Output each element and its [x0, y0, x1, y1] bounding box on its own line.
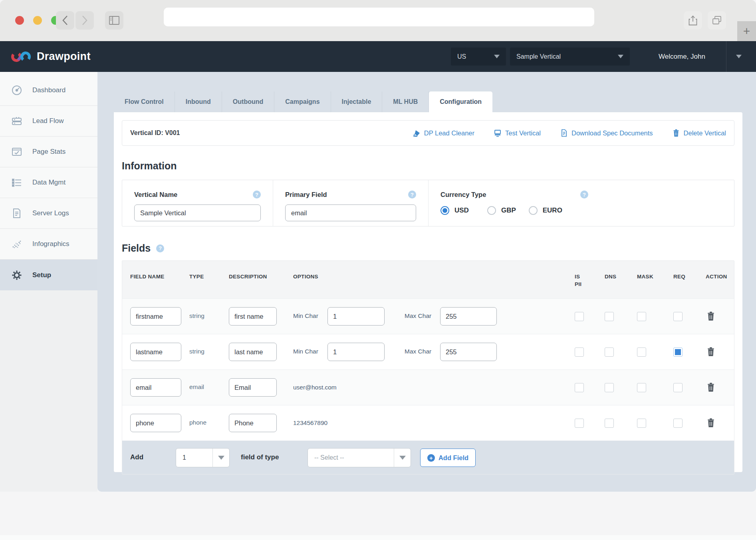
fields-title: Fields — [122, 242, 151, 254]
mask-checkbox[interactable] — [637, 347, 646, 357]
browser-window: + Drawpoint US Sample Vertical Welcome, … — [0, 0, 756, 540]
tab-campaigns[interactable]: Campaigns — [274, 91, 331, 112]
is-pii-checkbox[interactable] — [575, 419, 584, 428]
add-field-button[interactable]: + Add Field — [420, 449, 476, 467]
dns-checkbox[interactable] — [605, 383, 614, 392]
sidebar-item-label: Page Stats — [32, 148, 65, 156]
description-input[interactable] — [229, 414, 277, 432]
sidebar-item-lead-flow[interactable]: Lead Flow — [0, 106, 97, 137]
sidebar-item-server-logs[interactable]: Server Logs — [0, 198, 97, 229]
forward-button[interactable] — [75, 11, 94, 30]
delete-row-button[interactable] — [706, 311, 716, 322]
eraser-icon — [413, 129, 421, 137]
description-input[interactable] — [229, 378, 277, 397]
is-pii-checkbox[interactable] — [575, 312, 584, 321]
tab-inbound[interactable]: Inbound — [175, 91, 222, 112]
sidebar-toggle-button[interactable] — [105, 11, 123, 30]
min-char-label: Min Char — [293, 348, 318, 355]
max-char-label: Max Char — [405, 312, 431, 320]
field-type-select[interactable]: -- Select -- — [308, 448, 411, 467]
max-char-input[interactable] — [440, 343, 497, 361]
tab-configuration[interactable]: Configuration — [429, 91, 492, 112]
mask-checkbox[interactable] — [637, 419, 646, 428]
field-name-input[interactable] — [130, 414, 181, 432]
dns-checkbox[interactable] — [605, 347, 614, 357]
delete-row-button[interactable] — [706, 382, 716, 393]
share-button[interactable] — [684, 11, 702, 30]
tab-overview-icon — [712, 16, 722, 25]
minimize-window-button[interactable] — [33, 16, 42, 25]
col-field-name: FIELD NAME — [130, 273, 165, 280]
min-char-input[interactable] — [327, 343, 385, 361]
help-icon[interactable]: ? — [156, 244, 164, 252]
delete-row-button[interactable] — [706, 418, 716, 428]
delete-row-button[interactable] — [706, 347, 716, 357]
new-tab-button[interactable]: + — [737, 21, 756, 41]
address-bar[interactable] — [164, 8, 594, 26]
field-name-input[interactable] — [130, 378, 181, 397]
sidebar-item-dashboard[interactable]: Dashboard — [0, 75, 97, 106]
req-checkbox[interactable] — [673, 419, 683, 428]
radio-gbp-label: GBP — [501, 206, 516, 214]
req-checkbox[interactable] — [673, 312, 683, 321]
page-stats-icon — [11, 146, 23, 158]
infographics-icon — [11, 238, 23, 250]
sidebar-item-label: Data Mgmt — [32, 179, 65, 187]
sidebar-item-data-mgmt[interactable]: Data Mgmt — [0, 167, 97, 198]
user-menu-button[interactable] — [736, 55, 742, 58]
vertical-select[interactable]: Sample Vertical — [510, 48, 630, 66]
field-of-type-label: field of type — [241, 453, 279, 461]
tab-overview-button[interactable] — [708, 11, 726, 30]
col-action: ACTION — [706, 273, 727, 280]
chevron-down-icon — [394, 449, 411, 467]
primary-field-label: Primary Field — [285, 191, 327, 199]
delete-vertical-link[interactable]: Delete Vertical — [672, 129, 726, 137]
tab-flow-control[interactable]: Flow Control — [114, 91, 175, 112]
dp-lead-cleaner-link[interactable]: DP Lead Cleaner — [413, 129, 474, 137]
max-char-input[interactable] — [440, 307, 497, 326]
primary-field-input[interactable] — [285, 204, 416, 221]
field-type-text: string — [189, 312, 204, 320]
is-pii-checkbox[interactable] — [575, 383, 584, 392]
sidebar-item-setup[interactable]: Setup — [0, 260, 97, 290]
browser-chrome — [0, 0, 756, 41]
download-spec-documents-link[interactable]: Download Spec Documents — [560, 129, 653, 137]
field-name-input[interactable] — [130, 343, 181, 361]
radio-usd[interactable] — [441, 206, 449, 215]
tab-injectable[interactable]: Injectable — [331, 91, 383, 112]
dns-checkbox[interactable] — [605, 312, 614, 321]
back-button[interactable] — [56, 11, 74, 30]
vertical-name-input[interactable] — [134, 204, 261, 221]
main-content-area: Flow Control Inbound Outbound Campaigns … — [97, 72, 756, 492]
col-dns: DNS — [605, 273, 616, 280]
tab-ml-hub[interactable]: ML HUB — [382, 91, 429, 112]
close-window-button[interactable] — [15, 16, 24, 25]
lead-flow-icon — [11, 115, 23, 127]
tab-outbound[interactable]: Outbound — [222, 91, 274, 112]
req-checkbox[interactable] — [673, 347, 683, 357]
chevron-down-icon — [618, 55, 623, 58]
req-checkbox[interactable] — [673, 383, 683, 392]
help-icon[interactable]: ? — [580, 191, 588, 199]
description-input[interactable] — [229, 307, 277, 326]
is-pii-checkbox[interactable] — [575, 347, 584, 357]
help-icon[interactable]: ? — [408, 191, 416, 199]
action-label: DP Lead Cleaner — [424, 129, 474, 137]
description-input[interactable] — [229, 343, 277, 361]
sidebar-item-page-stats[interactable]: Page Stats — [0, 137, 97, 167]
help-icon[interactable]: ? — [253, 191, 261, 199]
mask-checkbox[interactable] — [637, 383, 646, 392]
dns-checkbox[interactable] — [605, 419, 614, 428]
test-vertical-link[interactable]: Test Vertical — [494, 129, 541, 137]
vertical-name-group: Vertical Name ? — [122, 180, 273, 226]
mask-checkbox[interactable] — [637, 312, 646, 321]
field-name-input[interactable] — [130, 307, 181, 326]
radio-euro[interactable] — [529, 206, 538, 215]
add-field-button-label: Add Field — [439, 454, 468, 462]
radio-gbp[interactable] — [487, 206, 496, 215]
quantity-select[interactable]: 1 — [176, 448, 230, 467]
col-mask: MASK — [637, 273, 653, 280]
min-char-input[interactable] — [327, 307, 385, 326]
sidebar-item-infographics[interactable]: Infographics — [0, 229, 97, 260]
region-select[interactable]: US — [451, 48, 506, 66]
